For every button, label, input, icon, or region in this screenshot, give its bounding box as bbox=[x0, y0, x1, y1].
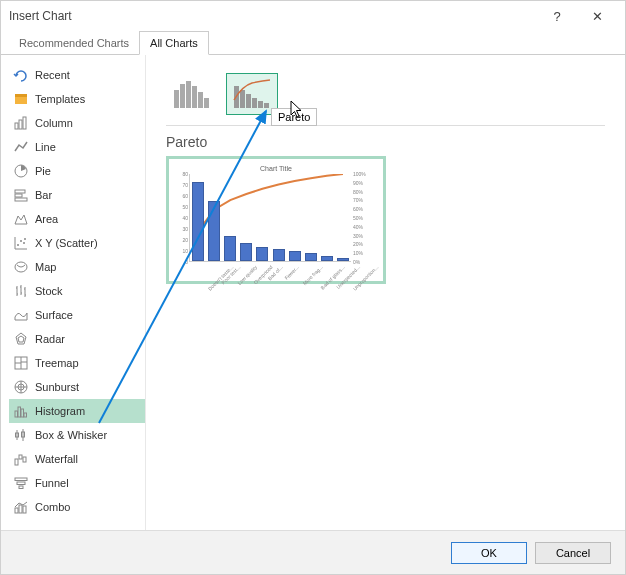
sidebar-item-radar[interactable]: Radar bbox=[9, 327, 145, 351]
sidebar-item-funnel[interactable]: Funnel bbox=[9, 471, 145, 495]
sidebar-item-pie[interactable]: Pie bbox=[9, 159, 145, 183]
sidebar-item-label: Bar bbox=[35, 189, 52, 201]
bar bbox=[208, 201, 220, 262]
histogram-icon bbox=[13, 403, 29, 419]
sidebar-item-label: Recent bbox=[35, 69, 70, 81]
main-pane: Pareto Pareto Chart Title 01020304050607… bbox=[146, 55, 625, 530]
dialog-footer: OK Cancel bbox=[1, 530, 625, 574]
svg-rect-61 bbox=[246, 94, 251, 108]
surface-icon bbox=[13, 307, 29, 323]
x-tick-label: Fewer... bbox=[283, 264, 300, 281]
svg-rect-55 bbox=[186, 81, 191, 108]
help-button[interactable]: ? bbox=[537, 9, 577, 24]
svg-rect-52 bbox=[23, 506, 26, 513]
subtype-pareto[interactable]: Pareto bbox=[226, 73, 278, 115]
funnel-icon bbox=[13, 475, 29, 491]
map-icon bbox=[13, 259, 29, 275]
svg-rect-64 bbox=[264, 103, 269, 108]
sidebar-item-line[interactable]: Line bbox=[9, 135, 145, 159]
sidebar-item-label: X Y (Scatter) bbox=[35, 237, 98, 249]
pie-icon bbox=[13, 163, 29, 179]
svg-marker-9 bbox=[15, 215, 27, 224]
svg-rect-62 bbox=[252, 98, 257, 108]
svg-marker-27 bbox=[18, 336, 24, 342]
chart-category-sidebar: Recent Templates Column Line Pie Bar Are… bbox=[1, 55, 146, 530]
bar-icon bbox=[13, 187, 29, 203]
sidebar-item-label: Column bbox=[35, 117, 73, 129]
svg-rect-44 bbox=[15, 459, 18, 465]
scatter-icon bbox=[13, 235, 29, 251]
right-y-tick-label: 10% bbox=[353, 250, 363, 256]
bar bbox=[337, 258, 349, 261]
area-icon bbox=[13, 211, 29, 227]
svg-rect-3 bbox=[19, 120, 22, 129]
subtype-histogram[interactable] bbox=[166, 73, 218, 115]
y-tick-label: 60 bbox=[182, 193, 188, 199]
sunburst-icon bbox=[13, 379, 29, 395]
svg-rect-60 bbox=[240, 90, 245, 108]
box-whisker-icon bbox=[13, 427, 29, 443]
sidebar-item-label: Waterfall bbox=[35, 453, 78, 465]
bar bbox=[273, 249, 285, 261]
sidebar-item-templates[interactable]: Templates bbox=[9, 87, 145, 111]
sidebar-item-label: Surface bbox=[35, 309, 73, 321]
bar bbox=[289, 251, 301, 261]
right-y-tick-label: 90% bbox=[353, 180, 363, 186]
sidebar-item-waterfall[interactable]: Waterfall bbox=[9, 447, 145, 471]
tab-strip: Recommended Charts All Charts bbox=[1, 31, 625, 55]
sidebar-item-stock[interactable]: Stock bbox=[9, 279, 145, 303]
insert-chart-dialog: Insert Chart ? ✕ Recommended Charts All … bbox=[0, 0, 626, 575]
sidebar-item-bar[interactable]: Bar bbox=[9, 183, 145, 207]
sidebar-item-label: Area bbox=[35, 213, 58, 225]
chart-subtype-row: Pareto bbox=[166, 67, 605, 126]
right-y-tick-label: 60% bbox=[353, 206, 363, 212]
sidebar-item-sunburst[interactable]: Sunburst bbox=[9, 375, 145, 399]
sidebar-item-histogram[interactable]: Histogram bbox=[9, 399, 145, 423]
chart-title: Chart Title bbox=[175, 165, 377, 174]
y-tick-label: 10 bbox=[182, 248, 188, 254]
sidebar-item-combo[interactable]: Combo bbox=[9, 495, 145, 519]
sidebar-item-area[interactable]: Area bbox=[9, 207, 145, 231]
column-icon bbox=[13, 115, 29, 131]
sidebar-item-surface[interactable]: Surface bbox=[9, 303, 145, 327]
chart-body: 010203040506070800%10%20%30%40%50%60%70%… bbox=[189, 174, 351, 262]
svg-rect-1 bbox=[15, 94, 27, 97]
right-y-tick-label: 20% bbox=[353, 241, 363, 247]
sidebar-item-label: Treemap bbox=[35, 357, 79, 369]
right-y-tick-label: 50% bbox=[353, 215, 363, 221]
ok-button[interactable]: OK bbox=[451, 542, 527, 564]
svg-point-15 bbox=[24, 238, 26, 240]
bar bbox=[192, 182, 204, 261]
line-icon bbox=[13, 139, 29, 155]
close-button[interactable]: ✕ bbox=[577, 9, 617, 24]
sidebar-item-box-whisker[interactable]: Box & Whisker bbox=[9, 423, 145, 447]
sidebar-item-column[interactable]: Column bbox=[9, 111, 145, 135]
svg-rect-36 bbox=[15, 411, 18, 417]
sidebar-item-recent[interactable]: Recent bbox=[9, 63, 145, 87]
svg-rect-38 bbox=[21, 409, 24, 417]
sidebar-item-scatter[interactable]: X Y (Scatter) bbox=[9, 231, 145, 255]
svg-rect-58 bbox=[204, 98, 209, 108]
sidebar-item-treemap[interactable]: Treemap bbox=[9, 351, 145, 375]
sidebar-item-label: Pie bbox=[35, 165, 51, 177]
svg-rect-37 bbox=[18, 407, 21, 417]
y-tick-label: 70 bbox=[182, 182, 188, 188]
svg-rect-47 bbox=[15, 478, 27, 481]
tab-all-charts[interactable]: All Charts bbox=[139, 31, 209, 55]
svg-rect-4 bbox=[23, 117, 26, 129]
sidebar-item-label: Radar bbox=[35, 333, 65, 345]
bar bbox=[256, 247, 268, 261]
cancel-button[interactable]: Cancel bbox=[535, 542, 611, 564]
bar bbox=[240, 243, 252, 261]
chart-preview[interactable]: Chart Title 010203040506070800%10%20%30%… bbox=[166, 156, 386, 284]
sidebar-item-map[interactable]: Map bbox=[9, 255, 145, 279]
svg-rect-48 bbox=[17, 482, 25, 485]
recent-icon bbox=[13, 67, 29, 83]
svg-rect-50 bbox=[15, 508, 18, 513]
svg-rect-57 bbox=[198, 92, 203, 108]
svg-rect-45 bbox=[19, 455, 22, 459]
sidebar-item-label: Combo bbox=[35, 501, 70, 513]
tab-recommended[interactable]: Recommended Charts bbox=[9, 32, 139, 54]
y-tick-label: 40 bbox=[182, 215, 188, 221]
pareto-subtype-icon bbox=[232, 78, 272, 110]
